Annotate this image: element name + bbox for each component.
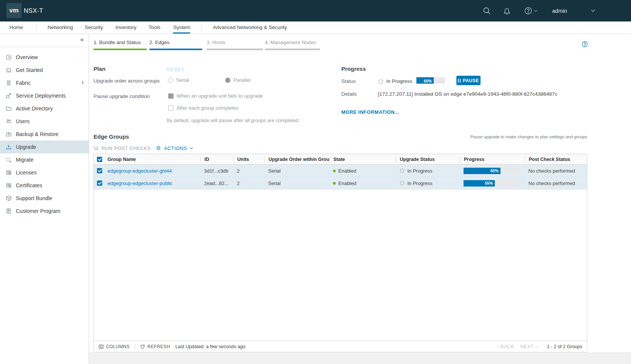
radio-serial[interactable]: Serial bbox=[168, 77, 189, 83]
sidebar-item-active-directory[interactable]: Active Directory bbox=[0, 102, 89, 115]
migrate-icon bbox=[6, 157, 12, 163]
step-progress-bar bbox=[94, 49, 147, 50]
spinner-icon bbox=[399, 180, 405, 186]
table-row: edgegroup-edgecluster-public 2ead...82..… bbox=[94, 177, 587, 190]
group-name-link[interactable]: edgegroup-edgecluster-ght44 bbox=[107, 168, 172, 174]
chevron-left-icon: ‹ bbox=[497, 344, 499, 349]
cube-icon bbox=[6, 195, 12, 201]
notifications-icon[interactable] bbox=[503, 0, 511, 21]
row-checkbox[interactable] bbox=[97, 180, 102, 186]
sidebar-item-migrate[interactable]: Migrate bbox=[0, 153, 89, 166]
radio-parallel[interactable]: Parallel bbox=[225, 77, 250, 83]
radio-selected-icon bbox=[225, 78, 230, 83]
sidebar-item-overview[interactable]: Overview bbox=[0, 51, 89, 64]
chevron-down-icon bbox=[534, 10, 537, 12]
tab-advanced-networking[interactable]: Advanced Networking & Security bbox=[213, 21, 287, 34]
refresh-button[interactable]: REFRESH bbox=[140, 344, 170, 349]
tab-networking[interactable]: Networking bbox=[48, 21, 73, 34]
sidebar-item-service-deployments[interactable]: Service Deployments bbox=[0, 89, 89, 102]
col-upgrade-order[interactable]: Upgrade Order within Group bbox=[264, 156, 329, 163]
vmware-logo: vm bbox=[6, 3, 21, 18]
chevron-right-icon: › bbox=[81, 78, 84, 86]
laptop-icon bbox=[6, 67, 12, 73]
checkbox-checked-icon bbox=[168, 93, 173, 99]
users-icon bbox=[6, 118, 12, 124]
columns-icon bbox=[98, 344, 104, 349]
next-button[interactable]: NEXT› bbox=[520, 344, 537, 349]
main-content: 1. Bundle and Status 2. Edges 3. Hosts 4… bbox=[89, 34, 631, 364]
table-footer: COLUMNS REFRESH Last Updated: a few seco… bbox=[94, 341, 587, 352]
edge-groups-hint: Pause upgrade to make changes to plan se… bbox=[470, 135, 587, 139]
step-progress-bar bbox=[207, 49, 263, 50]
run-post-checks-button[interactable]: RUN POST CHECKS bbox=[93, 145, 151, 151]
sidebar-item-licenses[interactable]: Licenses bbox=[0, 166, 89, 179]
last-updated-text: Last Updated: a few seconds ago bbox=[175, 344, 246, 349]
col-id[interactable]: ID bbox=[200, 156, 233, 163]
main-nav: Home Networking Security Inventory Tools… bbox=[0, 21, 631, 34]
sidebar-item-support-bundle[interactable]: Support Bundle bbox=[0, 192, 89, 205]
select-all-checkbox[interactable] bbox=[97, 157, 102, 162]
group-name-link[interactable]: edgegroup-edgecluster-public bbox=[107, 180, 172, 186]
search-icon[interactable] bbox=[483, 0, 491, 21]
sidebar-item-upgrade[interactable]: Upgrade bbox=[0, 141, 89, 153]
pause-icon bbox=[458, 79, 461, 83]
status-label: Status bbox=[341, 78, 356, 84]
pause-button[interactable]: PAUSE bbox=[456, 76, 481, 85]
table-header-row: Group Name ID Units Upgrade Order within… bbox=[94, 154, 587, 165]
col-progress[interactable]: Progress bbox=[460, 156, 525, 163]
help-icon bbox=[524, 7, 532, 15]
actions-menu-button[interactable]: ACTIONS bbox=[155, 145, 193, 151]
row-progress-bar: 55% bbox=[464, 180, 520, 187]
back-button[interactable]: ‹BACK bbox=[497, 344, 514, 349]
tab-security[interactable]: Security bbox=[85, 21, 103, 34]
user-menu-chevron-icon[interactable] bbox=[591, 0, 595, 21]
step-edges[interactable]: 2. Edges bbox=[149, 40, 202, 50]
sidebar-collapse-icon[interactable]: « bbox=[80, 36, 84, 43]
col-post-check-status[interactable]: Post Check Status bbox=[525, 156, 587, 163]
tab-system[interactable]: System bbox=[173, 21, 190, 34]
page-help-icon[interactable] bbox=[582, 41, 588, 47]
tab-inventory[interactable]: Inventory bbox=[115, 21, 137, 34]
refresh-icon bbox=[140, 344, 145, 349]
sidebar-item-users[interactable]: Users bbox=[0, 115, 89, 128]
col-upgrade-status[interactable]: Upgrade Status bbox=[396, 156, 460, 163]
row-checkbox[interactable] bbox=[97, 168, 102, 173]
edge-groups-title: Edge Groups bbox=[94, 133, 129, 140]
sidebar-item-get-started[interactable]: Get Started bbox=[0, 64, 89, 76]
sidebar-header: « bbox=[0, 34, 89, 47]
sidebar-item-fabric[interactable]: Fabric › bbox=[0, 76, 89, 89]
sidebar-item-customer-program[interactable]: Customer Program bbox=[0, 205, 89, 217]
status-value: In Progress bbox=[386, 78, 412, 84]
upgrade-order-label: Upgrade order across groups bbox=[94, 78, 160, 84]
sidebar-item-certificates[interactable]: Certificates bbox=[0, 179, 89, 192]
step-bundle-and-status[interactable]: 1. Bundle and Status bbox=[94, 40, 147, 50]
checkbox-icon bbox=[168, 106, 173, 111]
col-group-name[interactable]: Group Name bbox=[104, 156, 200, 163]
more-information-link[interactable]: MORE INFORMATION... bbox=[341, 109, 399, 115]
col-units[interactable]: Units bbox=[233, 156, 264, 163]
server-icon bbox=[6, 80, 12, 86]
gear-icon bbox=[155, 145, 161, 151]
step-management-nodes[interactable]: 4. Management Nodes bbox=[265, 40, 320, 50]
checkbox-after-each-group[interactable]: After each group completes bbox=[168, 105, 239, 111]
col-state[interactable]: State bbox=[329, 156, 396, 163]
tab-home[interactable]: Home bbox=[9, 21, 23, 34]
details-label: Details bbox=[341, 91, 357, 97]
pause-condition-label: Pause upgrade condition bbox=[94, 93, 150, 99]
sidebar: « Overview Get Started Fabric › Service … bbox=[0, 34, 89, 364]
upgrade-wizard-steps: 1. Bundle and Status 2. Edges 3. Hosts 4… bbox=[94, 40, 322, 50]
folder-icon bbox=[6, 106, 12, 112]
checkbox-fail-to-upgrade[interactable]: When an upgrade unit fails to upgrade bbox=[168, 93, 263, 99]
tab-tools[interactable]: Tools bbox=[149, 21, 161, 34]
page-bottom-strip bbox=[89, 352, 631, 364]
chevron-down-icon bbox=[190, 147, 193, 149]
user-menu[interactable]: admin bbox=[552, 0, 567, 21]
pause-default-note: By default, upgrade will pause after all… bbox=[167, 118, 300, 123]
sidebar-item-backup-restore[interactable]: Backup & Restore bbox=[0, 128, 89, 141]
step-hosts[interactable]: 3. Hosts bbox=[207, 40, 263, 50]
columns-button[interactable]: COLUMNS bbox=[98, 344, 130, 349]
overall-progress-bar: 60% bbox=[416, 77, 445, 84]
license-icon bbox=[6, 170, 12, 176]
reset-button[interactable]: RESET bbox=[166, 67, 184, 72]
help-menu[interactable] bbox=[524, 0, 537, 21]
